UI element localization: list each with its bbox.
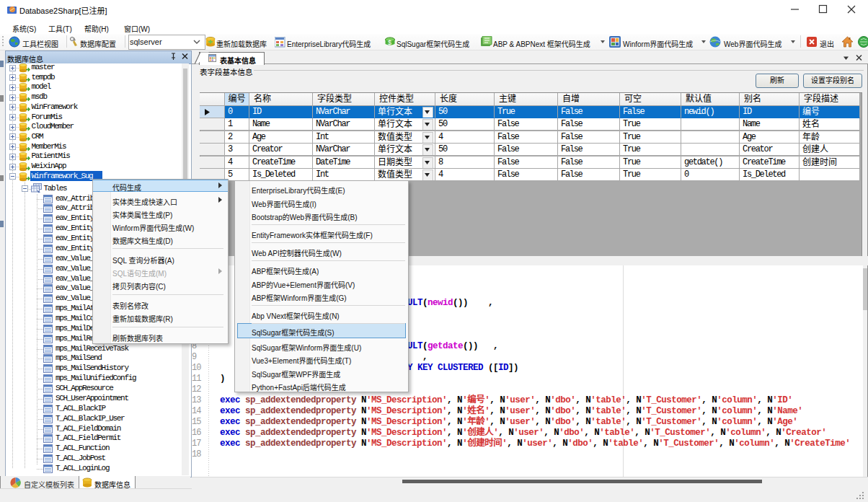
svg-text:$: $ <box>388 39 391 46</box>
